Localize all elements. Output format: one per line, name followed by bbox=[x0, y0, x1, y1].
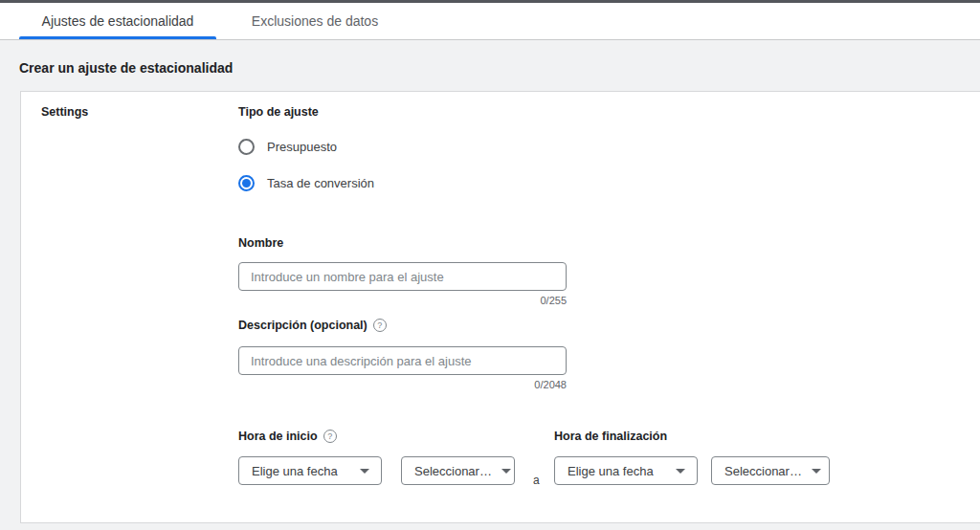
tab-data-exclusions-label: Exclusiones de datos bbox=[252, 13, 378, 29]
description-label: Descripción (opcional) ? bbox=[238, 319, 387, 332]
description-label-text: Descripción (opcional) bbox=[238, 319, 368, 332]
radio-option-budget[interactable]: Presupuesto bbox=[238, 139, 337, 155]
start-time-label-text: Hora de inicio bbox=[238, 430, 318, 443]
description-char-counter: 0/2048 bbox=[238, 379, 567, 390]
range-separator: a bbox=[533, 474, 540, 487]
tab-bar: Ajustes de estacionalidad Exclusiones de… bbox=[0, 3, 980, 40]
help-icon[interactable]: ? bbox=[373, 319, 387, 332]
adjustment-type-label: Tipo de ajuste bbox=[238, 105, 319, 119]
end-date-dropdown-value: Elige una fecha bbox=[568, 464, 654, 478]
radio-option-conversion-rate-label: Tasa de conversión bbox=[267, 176, 374, 190]
name-char-counter: 0/255 bbox=[238, 295, 567, 306]
tab-seasonality-adjustments-label: Ajustes de estacionalidad bbox=[42, 13, 194, 29]
start-time-dropdown-value: Seleccionar… bbox=[414, 464, 492, 478]
chevron-down-icon bbox=[812, 469, 821, 474]
description-input[interactable] bbox=[238, 346, 567, 375]
start-date-dropdown-value: Elige una fecha bbox=[252, 464, 338, 478]
create-adjustment-card: Settings Tipo de ajuste Presupuesto Tasa… bbox=[20, 91, 980, 523]
chevron-down-icon bbox=[676, 469, 685, 474]
settings-section-label: Settings bbox=[41, 105, 88, 119]
end-date-dropdown[interactable]: Elige una fecha bbox=[554, 456, 698, 485]
radio-selected-icon bbox=[238, 175, 255, 191]
end-time-dropdown[interactable]: Seleccionar… bbox=[711, 456, 830, 485]
page-title: Crear un ajuste de estacionalidad bbox=[19, 60, 233, 76]
radio-option-conversion-rate[interactable]: Tasa de conversión bbox=[238, 175, 374, 191]
seasonality-adjustments-screen: Ajustes de estacionalidad Exclusiones de… bbox=[0, 0, 980, 530]
radio-dot bbox=[242, 179, 251, 188]
chevron-down-icon bbox=[360, 469, 369, 474]
radio-option-budget-label: Presupuesto bbox=[267, 140, 337, 154]
help-icon[interactable]: ? bbox=[323, 430, 337, 443]
start-date-dropdown[interactable]: Elige una fecha bbox=[238, 456, 382, 485]
start-time-label: Hora de inicio ? bbox=[238, 430, 337, 443]
radio-unselected-icon bbox=[238, 139, 255, 155]
name-input[interactable] bbox=[238, 262, 567, 291]
tab-seasonality-adjustments[interactable]: Ajustes de estacionalidad bbox=[19, 3, 216, 39]
tab-data-exclusions[interactable]: Exclusiones de datos bbox=[235, 3, 394, 39]
end-time-dropdown-value: Seleccionar… bbox=[724, 464, 802, 478]
start-time-dropdown[interactable]: Seleccionar… bbox=[401, 456, 515, 485]
name-label: Nombre bbox=[238, 236, 283, 250]
chevron-down-icon bbox=[501, 469, 511, 474]
end-time-label: Hora de finalización bbox=[554, 430, 667, 443]
